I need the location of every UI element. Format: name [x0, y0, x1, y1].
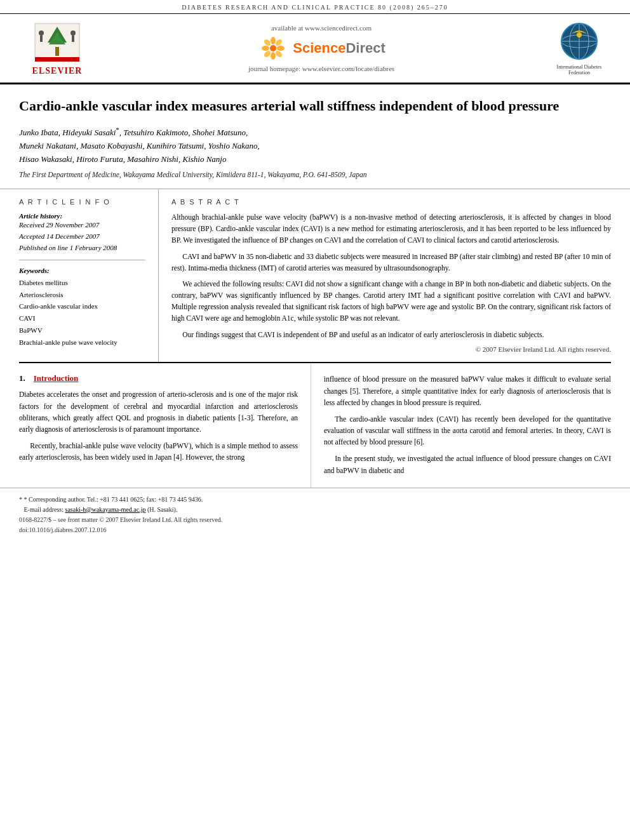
email-suffix: (H. Sasaki). — [147, 506, 178, 513]
header-logos: ELSEVIER available at www.sciencedirect.… — [0, 14, 630, 84]
abstract-para-3: We achieved the following results: CAVI … — [171, 279, 611, 324]
svg-point-4 — [39, 30, 44, 36]
section1-right-para-3: In the present study, we investigated th… — [324, 453, 611, 476]
doi-text: doi:10.1016/j.diabres.2007.12.016 — [19, 525, 611, 535]
keywords-label: Keywords: — [19, 267, 145, 274]
elsevier-label: ELSEVIER — [32, 66, 83, 76]
svg-rect-1 — [55, 47, 59, 56]
received-date: Received 29 November 2007 — [19, 220, 145, 231]
email-label: E-mail address: — [24, 506, 64, 513]
title-section: Cardio-ankle vascular index measures art… — [0, 84, 630, 189]
section1-right-para-2: The cardio-ankle vascular index (CAVI) h… — [324, 413, 611, 448]
svg-point-14 — [263, 38, 272, 47]
abstract-para-1: Although brachial-ankle pulse wave veloc… — [171, 212, 611, 246]
idf-logo: International Diabetes Federation — [547, 21, 611, 76]
sciencedirect-text: ScienceDirect — [293, 40, 385, 57]
article-info-abstract: A R T I C L E I N F O Article history: R… — [0, 189, 630, 362]
journal-bar: DIABETES RESEARCH AND CLINICAL PRACTICE … — [0, 0, 630, 14]
svg-point-16 — [263, 50, 272, 58]
abstract-header: A B S T R A C T — [171, 198, 611, 206]
section1-right-para-1: influence of blood pressure on the measu… — [324, 373, 611, 408]
keyword-6: Brachial-ankle pulse wave velocity — [19, 337, 145, 349]
abstract-para-2: CAVI and baPWV in 35 non-diabetic and 33… — [171, 251, 611, 274]
svg-point-11 — [271, 52, 276, 60]
history-label: Article history: — [19, 212, 145, 220]
svg-rect-8 — [35, 57, 79, 62]
section1-heading: 1. Introduction — [19, 373, 298, 383]
copyright-text: © 2007 Elsevier Ireland Ltd. All rights … — [171, 345, 611, 353]
svg-rect-7 — [72, 36, 74, 42]
svg-point-10 — [271, 37, 276, 44]
section1-title: Introduction — [34, 373, 79, 383]
corresponding-text: * Corresponding author. Tel.: +81 73 441… — [24, 496, 203, 503]
footnote-asterisk: * — [19, 496, 24, 503]
svg-point-23 — [577, 32, 582, 37]
rights-text: 0168-8227/$ – see front matter © 2007 El… — [19, 515, 611, 525]
article-history: Article history: Received 29 November 20… — [19, 212, 145, 253]
footnote-area: * * Corresponding author. Tel.: +81 73 4… — [0, 488, 630, 542]
abstract-para-4: Our findings suggest that CAVI is indepe… — [171, 330, 611, 341]
keyword-4: CAVI — [19, 312, 145, 324]
svg-point-9 — [270, 45, 276, 51]
section1-para-2: Recently, brachial-ankle pulse wave velo… — [19, 440, 298, 463]
body-left-column: 1. Introduction Diabetes accelerates the… — [19, 363, 311, 487]
section1-para-1: Diabetes accelerates the onset and progr… — [19, 389, 298, 435]
body-content: 1. Introduction Diabetes accelerates the… — [0, 363, 630, 487]
idf-caption-text: International Diabetes Federation — [547, 64, 611, 76]
affiliation: The First Department of Medicine, Wakaya… — [19, 171, 611, 178]
published-date: Published on line 1 February 2008 — [19, 243, 145, 254]
section1-number: 1. — [19, 373, 25, 383]
keyword-5: BaPWV — [19, 324, 145, 337]
footnote-email: E-mail address: sasaki-h@wakayama-med.ac… — [19, 505, 611, 515]
section1-right-text: influence of blood pressure on the measu… — [324, 373, 611, 476]
idf-globe-icon — [559, 21, 600, 62]
info-divider — [19, 260, 145, 260]
article-info-column: A R T I C L E I N F O Article history: R… — [19, 189, 159, 362]
footnote-corresponding: * * Corresponding author. Tel.: +81 73 4… — [19, 495, 611, 505]
sciencedirect-flower-icon — [257, 36, 289, 61]
abstract-text: Although brachial-ankle pulse wave veloc… — [171, 212, 611, 340]
keyword-2: Arteriosclerosis — [19, 289, 145, 301]
elsevier-tree-icon — [32, 20, 83, 65]
body-right-column: influence of blood pressure on the measu… — [311, 363, 611, 487]
paper-title: Cardio-ankle vascular index measures art… — [19, 97, 611, 116]
email-link[interactable]: sasaki-h@wakayama-med.ac.jp — [65, 506, 145, 513]
svg-point-13 — [277, 46, 285, 51]
keywords-section: Keywords: Diabetes mellitus Arterioscler… — [19, 267, 145, 348]
sciencedirect-center: available at www.sciencedirect.com Scien… — [95, 24, 547, 72]
svg-point-12 — [262, 46, 269, 51]
svg-rect-5 — [40, 36, 43, 42]
abstract-column: A B S T R A C T Although brachial-ankle … — [159, 189, 611, 362]
section1-left-text: Diabetes accelerates the onset and progr… — [19, 389, 298, 463]
keyword-3: Cardio-ankle vascular index — [19, 300, 145, 312]
svg-point-15 — [274, 38, 283, 47]
svg-point-17 — [274, 50, 283, 58]
sciencedirect-logo: ScienceDirect — [257, 36, 385, 61]
journal-homepage-text: journal homepage: www.elsevier.com/locat… — [248, 65, 394, 72]
journal-bar-text: DIABETES RESEARCH AND CLINICAL PRACTICE … — [182, 4, 448, 11]
article-info-header: A R T I C L E I N F O — [19, 198, 145, 206]
accepted-date: Accepted 14 December 2007 — [19, 231, 145, 243]
svg-point-6 — [70, 30, 76, 36]
available-at-text: available at www.sciencedirect.com — [271, 24, 372, 32]
elsevier-logo: ELSEVIER — [19, 20, 95, 76]
authors: Junko Ibata, Hideyuki Sasaki*, Tetsuhiro… — [19, 124, 611, 166]
keyword-1: Diabetes mellitus — [19, 277, 145, 289]
